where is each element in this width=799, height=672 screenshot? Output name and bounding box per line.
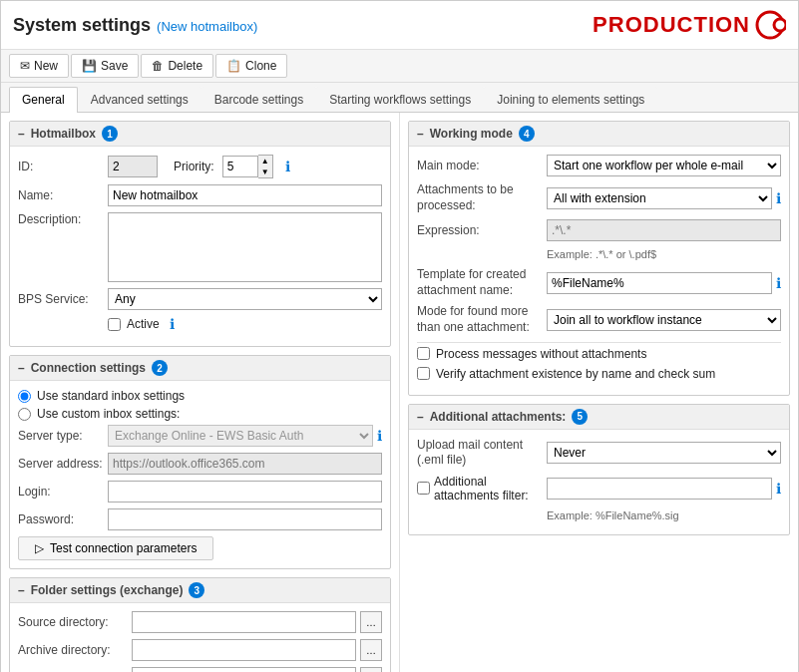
tab-advanced-settings[interactable]: Advanced settings <box>78 87 201 112</box>
name-label: Name: <box>18 188 108 202</box>
clone-label: Clone <box>245 59 276 73</box>
working-mode-header: – Working mode 4 <box>409 122 789 147</box>
verify-attachment-checkbox[interactable] <box>417 367 430 380</box>
server-address-input[interactable] <box>108 453 382 475</box>
mode-found-select[interactable]: Join all to workflow instance Join workf… <box>547 309 781 331</box>
priority-label: Priority: <box>174 160 214 173</box>
active-info-icon[interactable]: ℹ <box>170 316 175 332</box>
connection-title: Connection settings <box>31 361 146 375</box>
bps-service-label: BPS Service: <box>18 292 108 306</box>
server-address-label: Server address: <box>18 457 108 471</box>
connection-dash: – <box>18 361 25 375</box>
folder-title: Folder settings (exchange) <box>31 583 184 597</box>
connection-badge: 2 <box>152 360 168 376</box>
delete-label: Delete <box>168 59 202 73</box>
working-mode-badge: 4 <box>519 126 535 142</box>
additional-dash: – <box>417 410 424 424</box>
source-dir-input[interactable] <box>132 611 356 633</box>
filter-info-icon[interactable]: ℹ <box>776 481 781 497</box>
save-icon: 💾 <box>82 59 97 73</box>
active-checkbox[interactable] <box>108 318 121 331</box>
priority-input[interactable] <box>222 156 258 177</box>
delete-icon: 🗑 <box>152 59 164 73</box>
priority-info-icon[interactable]: ℹ <box>285 159 290 174</box>
clone-button[interactable]: 📋 Clone <box>215 54 287 78</box>
attachments-label: Attachments to be processed: <box>417 182 547 213</box>
error-dir-browse-btn[interactable]: … <box>360 667 382 672</box>
tab-bar: General Advanced settings Barcode settin… <box>1 83 798 113</box>
tab-starting-workflows[interactable]: Starting workflows settings <box>316 87 484 112</box>
attachments-select[interactable]: All with extension All None <box>547 187 772 209</box>
test-play-icon: ▷ <box>35 541 44 555</box>
archive-dir-browse-btn[interactable]: … <box>360 639 382 661</box>
svg-point-1 <box>774 19 786 31</box>
tab-joining-elements[interactable]: Joining to elements settings <box>484 87 657 112</box>
filter-input[interactable] <box>547 478 772 500</box>
process-without-checkbox[interactable] <box>417 347 430 360</box>
server-type-info-icon[interactable]: ℹ <box>377 428 382 444</box>
additional-title: Additional attachments: <box>430 410 567 424</box>
archive-dir-input[interactable] <box>132 639 356 661</box>
working-mode-section: – Working mode 4 Main mode: Start one wo… <box>408 121 790 396</box>
hotmailbox-title: Hotmailbox <box>31 127 96 141</box>
login-input[interactable] <box>108 481 382 503</box>
folder-badge: 3 <box>189 582 204 598</box>
new-label: New <box>34 59 58 73</box>
server-type-label: Server type: <box>18 429 108 443</box>
password-input[interactable] <box>108 508 382 530</box>
filter-example: Example: %FileName%.sig <box>547 509 679 521</box>
upload-label: Upload mail content (.eml file) <box>417 438 547 469</box>
standard-inbox-radio[interactable] <box>18 390 31 403</box>
tab-general[interactable]: General <box>9 87 78 113</box>
source-dir-browse-btn[interactable]: … <box>360 611 382 633</box>
page-subtitle: (New hotmailbox) <box>157 19 257 34</box>
template-input[interactable] <box>547 272 772 294</box>
filter-checkbox[interactable] <box>417 482 430 495</box>
verify-attachment-label: Verify attachment existence by name and … <box>436 367 715 381</box>
id-input[interactable] <box>108 156 158 177</box>
connection-header: – Connection settings 2 <box>10 356 390 381</box>
priority-up-btn[interactable]: ▲ <box>258 156 272 167</box>
template-info-icon[interactable]: ℹ <box>776 275 781 291</box>
main-mode-select[interactable]: Start one workflow per whole e-mail Star… <box>547 155 781 176</box>
connection-section: – Connection settings 2 Use standard inb… <box>9 355 391 569</box>
server-type-select[interactable]: Exchange Online - EWS Basic Auth <box>108 425 373 447</box>
description-label: Description: <box>18 212 108 226</box>
filter-label: Additional attachments filter: <box>434 475 547 503</box>
id-label: ID: <box>18 160 108 173</box>
name-input[interactable] <box>108 184 382 206</box>
new-icon: ✉ <box>20 59 30 73</box>
save-button[interactable]: 💾 Save <box>71 54 139 78</box>
expression-input[interactable] <box>547 219 781 241</box>
left-panel: – Hotmailbox 1 ID: Priority: <box>1 113 400 672</box>
test-connection-button[interactable]: ▷ Test connection parameters <box>18 536 213 560</box>
hotmailbox-badge: 1 <box>102 126 118 142</box>
template-label: Template for created attachment name: <box>417 267 547 298</box>
working-mode-title: Working mode <box>430 127 513 141</box>
folder-section: – Folder settings (exchange) 3 Source di… <box>9 577 391 672</box>
delete-button[interactable]: 🗑 Delete <box>141 54 213 78</box>
password-label: Password: <box>18 512 108 526</box>
upload-select[interactable]: Never Always On error <box>547 442 781 464</box>
main-mode-label: Main mode: <box>417 159 547 172</box>
tab-barcode-settings[interactable]: Barcode settings <box>201 87 316 112</box>
clone-icon: 📋 <box>226 59 241 73</box>
description-input[interactable] <box>108 212 382 282</box>
hotmailbox-dash: – <box>18 127 25 141</box>
archive-dir-label: Archive directory: <box>18 643 128 657</box>
attachments-info-icon[interactable]: ℹ <box>776 190 781 206</box>
working-mode-dash: – <box>417 127 424 141</box>
source-dir-label: Source directory: <box>18 615 128 629</box>
custom-inbox-radio[interactable] <box>18 408 31 421</box>
toolbar: ✉ New 💾 Save 🗑 Delete 📋 Clone <box>1 50 798 83</box>
bps-service-select[interactable]: Any <box>108 288 382 310</box>
priority-down-btn[interactable]: ▼ <box>258 167 272 177</box>
new-button[interactable]: ✉ New <box>9 54 69 78</box>
login-label: Login: <box>18 485 108 499</box>
folder-dash: – <box>18 583 25 597</box>
hotmailbox-header: – Hotmailbox 1 <box>10 122 390 147</box>
hotmailbox-section: – Hotmailbox 1 ID: Priority: <box>9 121 391 347</box>
additional-section: – Additional attachments: 5 Upload mail … <box>408 404 790 535</box>
error-dir-input[interactable] <box>132 667 356 672</box>
standard-inbox-label: Use standard inbox settings <box>37 389 185 403</box>
